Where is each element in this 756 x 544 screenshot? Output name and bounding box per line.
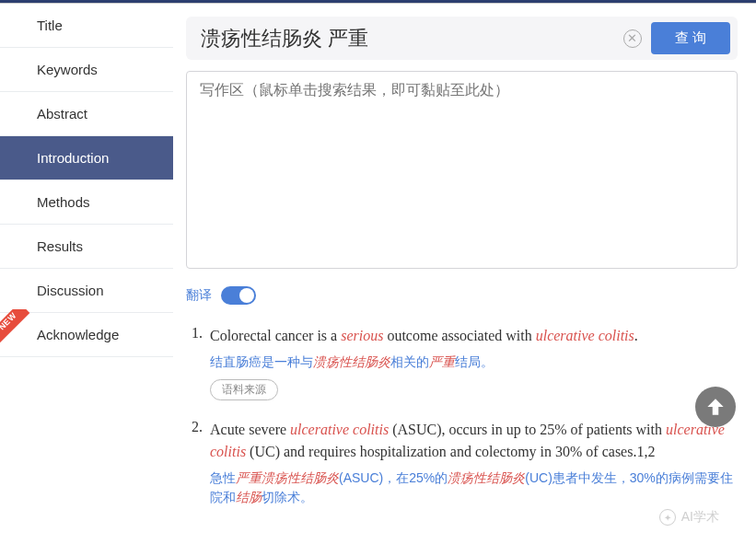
query-button[interactable]: 查 询 [651, 22, 730, 54]
main-content: ✕ 查 询 翻译 1.Colorectal cancer is a seriou… [173, 4, 756, 544]
sidebar: TitleKeywordsAbstractIntroductionMethods… [0, 4, 173, 544]
sidebar-item-title[interactable]: Title [0, 4, 173, 48]
result-en-text: Colorectal cancer is a serious outcome a… [210, 325, 738, 347]
translate-label: 翻译 [186, 287, 212, 304]
result-number: 1. [186, 325, 210, 400]
result-zh-text: 急性严重溃疡性结肠炎(ASUC)，在25%的溃疡性结肠炎(UC)患者中发生，30… [210, 469, 738, 507]
result-item[interactable]: 1.Colorectal cancer is a serious outcome… [186, 325, 738, 400]
results-list: 1.Colorectal cancer is a serious outcome… [186, 325, 738, 507]
container: TitleKeywordsAbstractIntroductionMethods… [0, 4, 756, 544]
scroll-top-button[interactable] [695, 387, 736, 427]
result-body: Colorectal cancer is a serious outcome a… [210, 325, 738, 400]
writing-area[interactable] [186, 71, 738, 269]
arrow-up-icon [704, 395, 727, 419]
result-body: Acute severe ulcerative colitis (ASUC), … [210, 419, 738, 507]
clear-icon[interactable]: ✕ [623, 29, 642, 48]
sidebar-item-discussion[interactable]: Discussion [0, 269, 173, 313]
result-item[interactable]: 2.Acute severe ulcerative colitis (ASUC)… [186, 419, 738, 507]
search-row: ✕ 查 询 [186, 17, 738, 60]
result-en-text: Acute severe ulcerative colitis (ASUC), … [210, 419, 738, 463]
search-input[interactable] [193, 23, 614, 54]
sidebar-item-acknowledge[interactable]: AcknowledgeNEW [0, 313, 173, 357]
sidebar-item-results[interactable]: Results [0, 225, 173, 269]
sidebar-item-methods[interactable]: Methods [0, 180, 173, 225]
watermark: ✦ AI学术 [659, 509, 719, 526]
source-button[interactable]: 语料来源 [210, 379, 278, 400]
new-badge: NEW [0, 309, 31, 344]
sidebar-item-abstract[interactable]: Abstract [0, 92, 173, 136]
sidebar-item-keywords[interactable]: Keywords [0, 48, 173, 92]
result-zh-text: 结直肠癌是一种与溃疡性结肠炎相关的严重结局。 [210, 353, 738, 372]
result-number: 2. [186, 419, 210, 507]
translate-row: 翻译 [186, 286, 738, 305]
translate-toggle[interactable] [221, 286, 256, 305]
wechat-icon: ✦ [659, 509, 676, 526]
sidebar-item-introduction[interactable]: Introduction [0, 136, 173, 180]
watermark-text: AI学术 [681, 509, 719, 526]
